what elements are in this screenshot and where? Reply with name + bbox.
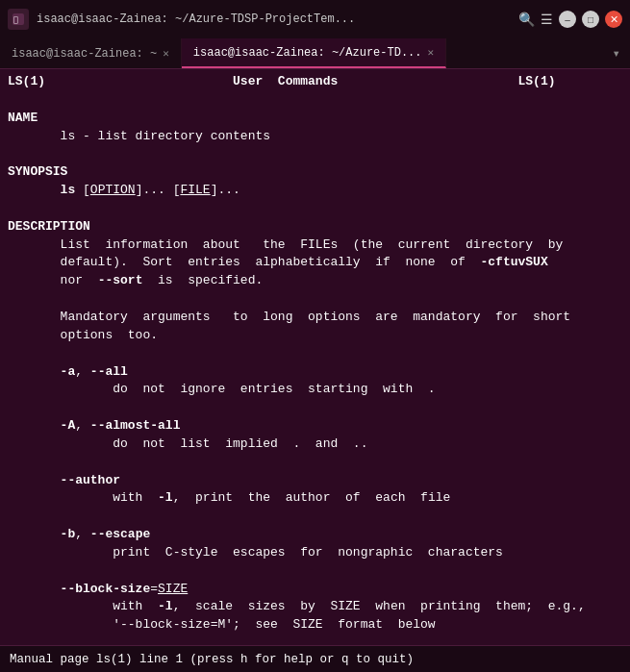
close-button[interactable]: ✕: [605, 11, 622, 28]
terminal-area[interactable]: LS(1) User Commands LS(1) NAME ls - list…: [0, 69, 630, 645]
header-left: LS(1) User Commands LS(1): [8, 74, 556, 88]
menu-button[interactable]: ☰: [541, 12, 553, 27]
name-heading: NAME: [8, 111, 38, 125]
terminal-content: LS(1) User Commands LS(1) NAME ls - list…: [0, 73, 630, 635]
status-text: Manual page ls(1) line 1 (press h for he…: [10, 653, 414, 666]
new-tab-button[interactable]: ▾: [603, 38, 630, 68]
search-button[interactable]: 🔍: [518, 12, 535, 27]
tab-1-label: isaac@isaac-Zainea: ~: [12, 47, 157, 61]
maximize-button[interactable]: □: [582, 11, 599, 28]
tab-1[interactable]: isaac@isaac-Zainea: ~ ✕: [0, 38, 182, 68]
tab-2-label: isaac@isaac-Zainea: ~/Azure-TD...: [193, 46, 422, 60]
app-icon: : [8, 9, 29, 30]
title-bar:  isaac@isaac-Zainea: ~/Azure-TDSP-Proje…: [0, 0, 630, 38]
window-controls: 🔍 ☰ – □ ✕: [518, 11, 622, 28]
tab-1-close[interactable]: ✕: [163, 47, 169, 60]
description-heading: DESCRIPTION: [8, 219, 90, 234]
synopsis-heading: SYNOPSIS: [8, 164, 67, 179]
tab-2[interactable]: isaac@isaac-Zainea: ~/Azure-TD... ✕: [182, 38, 446, 68]
status-bar: Manual page ls(1) line 1 (press h for he…: [0, 645, 630, 672]
svg-text:: : [13, 15, 18, 24]
minimize-button[interactable]: –: [559, 11, 576, 28]
tab-bar: isaac@isaac-Zainea: ~ ✕ isaac@isaac-Zain…: [0, 38, 630, 69]
window-title: isaac@isaac-Zainea: ~/Azure-TDSP-Project…: [37, 12, 511, 26]
tab-2-close[interactable]: ✕: [428, 46, 435, 59]
